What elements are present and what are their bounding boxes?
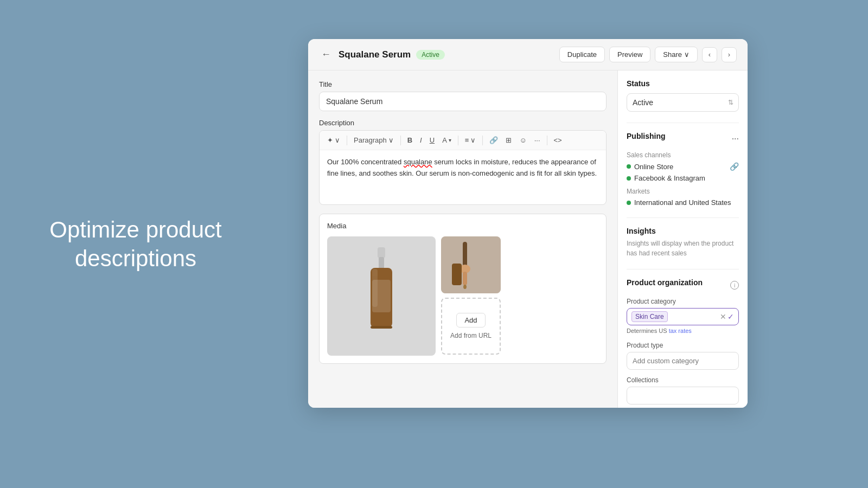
toolbar-divider-5 bbox=[547, 136, 547, 145]
category-clear-button[interactable]: ✕ bbox=[720, 312, 726, 321]
table-button[interactable]: ⊞ bbox=[502, 134, 515, 146]
top-bar-left: ← Squalane Serum Active bbox=[319, 49, 445, 60]
media-label: Media bbox=[327, 222, 598, 230]
code-button[interactable]: <> bbox=[551, 134, 565, 146]
description-editor: ✦ ∨ Paragraph ∨ B I U A bbox=[319, 130, 607, 205]
facebook-instagram-left: Facebook & Instagram bbox=[627, 174, 705, 182]
svg-rect-9 bbox=[463, 272, 467, 285]
underline-button[interactable]: U bbox=[426, 134, 438, 146]
svg-rect-6 bbox=[441, 236, 501, 293]
divider-2 bbox=[627, 217, 739, 218]
product-category-label: Product category bbox=[627, 298, 739, 305]
insights-section: Insights Insights will display when the … bbox=[627, 227, 739, 258]
product-org-header: Product organization i bbox=[627, 278, 739, 292]
link-button[interactable]: 🔗 bbox=[486, 134, 501, 146]
chain-icon[interactable]: 🔗 bbox=[730, 162, 739, 171]
share-button[interactable]: Share ∨ bbox=[655, 47, 698, 62]
svg-rect-0 bbox=[378, 247, 385, 258]
media-secondary: Add Add from URL bbox=[441, 236, 501, 355]
info-icon[interactable]: i bbox=[730, 281, 739, 290]
toolbar-divider-3 bbox=[458, 136, 458, 145]
publishing-section: Publishing ··· Sales channels Online Sto… bbox=[627, 132, 739, 207]
svg-rect-1 bbox=[379, 257, 384, 269]
squiggle-word: squalane bbox=[404, 158, 432, 166]
markets-item: International and United States bbox=[627, 198, 739, 207]
svg-point-10 bbox=[463, 285, 467, 289]
status-title: Status bbox=[627, 79, 739, 88]
status-section: Status Active Draft Archived bbox=[627, 79, 739, 112]
body-area: Title Description ✦ ∨ Paragraph ∨ bbox=[308, 70, 748, 408]
publishing-menu-button[interactable]: ··· bbox=[732, 134, 739, 144]
dropper-art bbox=[441, 236, 501, 293]
paragraph-button[interactable]: Paragraph ∨ bbox=[350, 134, 397, 146]
insights-title: Insights bbox=[627, 227, 739, 235]
online-store-item: Online Store 🔗 bbox=[627, 162, 739, 171]
product-type-label: Product type bbox=[627, 342, 739, 349]
more-button[interactable]: ··· bbox=[531, 134, 544, 146]
preview-button[interactable]: Preview bbox=[609, 47, 650, 62]
svg-rect-11 bbox=[452, 264, 462, 285]
online-store-left: Online Store bbox=[627, 163, 673, 171]
facebook-instagram-item: Facebook & Instagram bbox=[627, 174, 739, 182]
collections-label: Collections bbox=[627, 376, 739, 384]
background-text: Optimize product descriptions bbox=[43, 216, 228, 273]
toolbar-divider-4 bbox=[482, 136, 483, 145]
markets-name: International and United States bbox=[634, 198, 731, 207]
media-section: Media bbox=[319, 214, 607, 364]
bottle-svg bbox=[362, 247, 400, 345]
nav-next-button[interactable]: › bbox=[722, 47, 737, 62]
toolbar-divider-2 bbox=[400, 136, 401, 145]
page-wrapper: Optimize product descriptions ← Squalane… bbox=[0, 0, 868, 488]
page-title: Squalane Serum bbox=[339, 49, 411, 60]
category-check-button[interactable]: ✓ bbox=[727, 312, 734, 321]
svg-rect-5 bbox=[371, 326, 392, 329]
category-input-wrapper[interactable]: Skin Care ✕ ✓ bbox=[627, 308, 739, 325]
media-thumb-2[interactable] bbox=[441, 236, 501, 293]
add-from-url-link[interactable]: Add from URL bbox=[450, 332, 492, 339]
product-org-title: Product organization bbox=[627, 278, 703, 287]
facebook-dot bbox=[627, 176, 631, 181]
editor-toolbar: ✦ ∨ Paragraph ∨ B I U A bbox=[320, 131, 606, 150]
toolbar-divider-1 bbox=[347, 136, 347, 145]
editor-content[interactable]: Our 100% concentrated squalane serum loc… bbox=[320, 150, 606, 204]
product-org-section: Product organization i Product category … bbox=[627, 278, 739, 408]
right-sidebar: Status Active Draft Archived Publishing bbox=[617, 70, 748, 408]
product-type-input[interactable] bbox=[627, 352, 739, 370]
magic-tool-button[interactable]: ✦ ∨ bbox=[324, 134, 343, 146]
emoji-button[interactable]: ☺ bbox=[516, 134, 529, 146]
tax-rates-link[interactable]: tax rates bbox=[669, 328, 692, 334]
bottle-art bbox=[327, 236, 436, 356]
sales-channels-label: Sales channels bbox=[627, 151, 739, 159]
bold-button[interactable]: B bbox=[404, 134, 416, 146]
svg-rect-4 bbox=[372, 269, 378, 307]
divider-3 bbox=[627, 269, 739, 269]
top-bar: ← Squalane Serum Active Duplicate Previe… bbox=[308, 39, 748, 70]
divider-1 bbox=[627, 123, 739, 123]
category-tag: Skin Care bbox=[631, 311, 668, 322]
italic-button[interactable]: I bbox=[417, 134, 425, 146]
media-add-area[interactable]: Add Add from URL bbox=[441, 298, 501, 355]
duplicate-button[interactable]: Duplicate bbox=[559, 47, 605, 62]
nav-prev-button[interactable]: ‹ bbox=[702, 47, 717, 62]
main-product-image[interactable] bbox=[327, 236, 436, 356]
tax-text: Determines US tax rates bbox=[627, 328, 739, 334]
markets-label: Markets bbox=[627, 188, 739, 195]
title-label: Title bbox=[319, 80, 607, 88]
publishing-title: Publishing bbox=[627, 132, 666, 140]
content-area: Title Description ✦ ∨ Paragraph ∨ bbox=[308, 70, 617, 408]
media-grid: Add Add from URL bbox=[327, 236, 598, 356]
online-store-name: Online Store bbox=[634, 163, 673, 171]
align-button[interactable]: ≡ ∨ bbox=[462, 134, 480, 146]
status-badge: Active bbox=[416, 50, 445, 60]
facebook-instagram-name: Facebook & Instagram bbox=[634, 174, 705, 182]
add-media-button[interactable]: Add bbox=[456, 313, 485, 328]
insights-text: Insights will display when the product h… bbox=[627, 239, 739, 258]
publishing-header: Publishing ··· bbox=[627, 132, 739, 146]
text-color-button[interactable]: A ▾ bbox=[439, 134, 455, 146]
top-bar-right: Duplicate Preview Share ∨ ‹ › bbox=[559, 47, 737, 62]
title-input[interactable] bbox=[319, 92, 607, 111]
status-select-wrapper: Active Draft Archived bbox=[627, 93, 739, 112]
collections-input[interactable] bbox=[627, 387, 739, 404]
status-select[interactable]: Active Draft Archived bbox=[627, 93, 739, 112]
back-button[interactable]: ← bbox=[319, 49, 333, 60]
